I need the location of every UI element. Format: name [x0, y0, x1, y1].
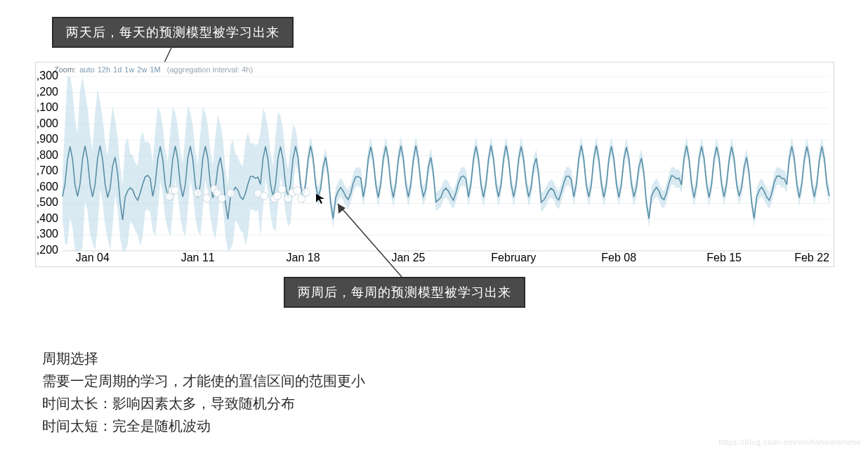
y-tick: 3,100	[36, 101, 58, 113]
anomaly-marker	[227, 189, 235, 197]
y-tick: 2,900	[36, 133, 58, 145]
y-tick: 3,300	[36, 70, 58, 82]
x-tick: Jan 11	[181, 252, 215, 263]
y-tick: 2,300	[36, 228, 58, 240]
y-tick: 2,500	[36, 196, 58, 208]
y-tick: 2,700	[36, 164, 58, 176]
x-tick: Feb 15	[706, 252, 742, 263]
anomaly-marker	[274, 192, 282, 200]
anomaly-marker	[171, 186, 179, 194]
watermark: https://blog.csdn.net/xixihahalelehehe	[719, 438, 861, 446]
callout-top: 两天后，每天的预测模型被学习出来	[52, 17, 294, 48]
x-tick: Jan 25	[391, 252, 425, 263]
x-tick: February	[491, 252, 536, 263]
x-tick: Jan 18	[287, 252, 320, 263]
callout-bottom: 两周后，每周的预测模型被学习出来	[284, 277, 525, 308]
timeseries-chart: 3,3003,2003,1003,0002,9002,8002,7002,600…	[36, 63, 834, 266]
x-tick: Jan 04	[76, 252, 110, 263]
y-tick: 3,000	[36, 117, 58, 129]
notes-block: 周期选择 需要一定周期的学习，才能使的置信区间的范围更小 时间太长：影响因素太多…	[42, 347, 365, 437]
note-line-2: 需要一定周期的学习，才能使的置信区间的范围更小	[42, 370, 365, 392]
note-line-3: 时间太长：影响因素太多，导致随机分布	[42, 392, 365, 415]
anomaly-marker	[302, 188, 310, 196]
anomaly-marker	[203, 195, 211, 202]
y-tick: 2,600	[36, 181, 58, 193]
anomaly-marker	[194, 189, 202, 197]
y-tick: 3,200	[36, 86, 58, 98]
x-tick: Feb 22	[794, 252, 829, 263]
x-tick: Feb 08	[601, 252, 636, 263]
anomaly-marker	[294, 187, 301, 195]
confidence-band	[63, 77, 829, 251]
note-line-1: 周期选择	[42, 347, 365, 370]
y-tick: 2,800	[36, 149, 58, 161]
note-line-4: 时间太短：完全是随机波动	[42, 415, 365, 437]
anomaly-marker	[278, 186, 286, 193]
y-tick: 2,400	[36, 212, 58, 224]
anomaly-marker	[260, 192, 268, 200]
callout-bottom-text: 两周后，每周的预测模型被学习出来	[298, 284, 511, 301]
callout-top-text: 两天后，每天的预测模型被学习出来	[66, 24, 280, 41]
y-tick: 2,200	[36, 244, 58, 256]
chart-panel: Zoom: auto12h1d1w2w1M (aggregation inter…	[35, 62, 834, 267]
anomaly-marker	[218, 195, 225, 202]
